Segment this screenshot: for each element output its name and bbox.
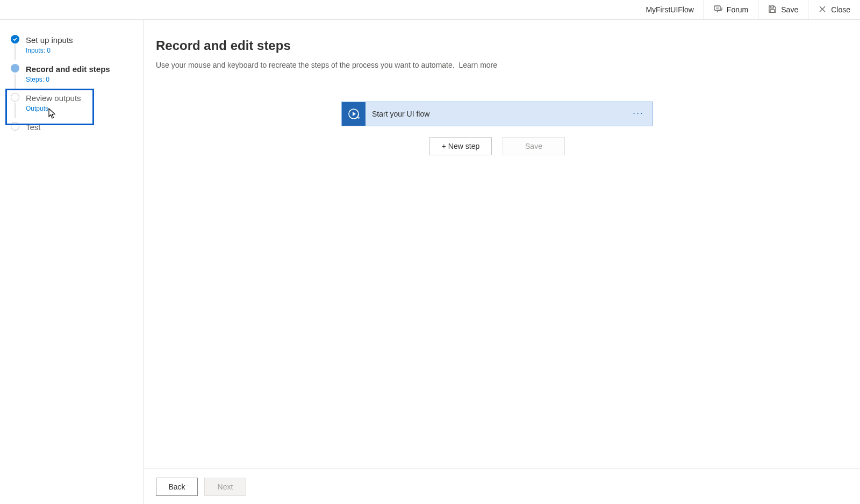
- forum-label: Forum: [727, 5, 748, 14]
- flow-step-card[interactable]: Start your UI flow ···: [341, 102, 653, 126]
- step-title: Record and edit steps: [26, 64, 137, 75]
- step-indicator-icon: [11, 64, 19, 73]
- next-button: Next: [204, 478, 246, 496]
- step-indicator-icon: [11, 35, 19, 44]
- save-button-header[interactable]: Save: [758, 0, 808, 19]
- back-button[interactable]: Back: [156, 478, 198, 496]
- chat-icon: [714, 5, 722, 15]
- save-icon: [768, 5, 777, 15]
- step-indicator-icon: [11, 122, 19, 131]
- step-subtitle: Steps: 0: [26, 75, 137, 84]
- flow-step-label: Start your UI flow: [366, 110, 624, 118]
- svg-rect-1: [770, 10, 775, 12]
- more-icon[interactable]: ···: [624, 107, 653, 121]
- step-title: Test: [26, 122, 137, 133]
- close-label: Close: [831, 5, 850, 14]
- save-button-canvas: Save: [503, 137, 565, 155]
- close-icon: [818, 5, 827, 15]
- wizard-sidebar: Set up inputsInputs: 0Record and edit st…: [0, 20, 144, 504]
- step-title: Review outputs: [26, 93, 137, 104]
- save-label-header: Save: [781, 5, 798, 14]
- flow-name: MyFirstUIFlow: [636, 5, 703, 14]
- step-indicator-icon: [11, 93, 19, 102]
- new-step-button[interactable]: + New step: [429, 137, 492, 155]
- page-title: Record and edit steps: [156, 38, 860, 53]
- learn-more-link[interactable]: Learn more: [458, 61, 497, 69]
- step-title: Set up inputs: [26, 35, 137, 46]
- close-button[interactable]: Close: [808, 0, 860, 19]
- wizard-step-2[interactable]: Review outputsOutputs: [0, 89, 144, 118]
- wizard-step-3[interactable]: Test: [0, 118, 144, 137]
- forum-button[interactable]: Forum: [704, 0, 758, 19]
- wizard-step-0[interactable]: Set up inputsInputs: 0: [0, 31, 144, 60]
- wizard-step-1[interactable]: Record and edit stepsSteps: 0: [0, 60, 144, 89]
- page-description: Use your mouse and keyboard to recreate …: [156, 61, 860, 69]
- step-subtitle: Inputs: 0: [26, 46, 137, 55]
- step-subtitle: Outputs: [26, 104, 137, 113]
- play-refresh-icon: [342, 102, 366, 126]
